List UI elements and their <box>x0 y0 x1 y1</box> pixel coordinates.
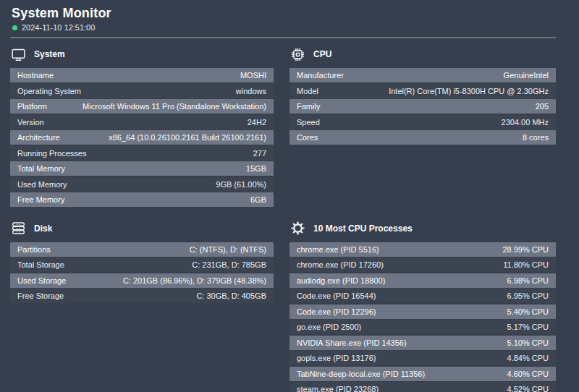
section-label: CPU <box>313 49 331 59</box>
row-value: 4.84% CPU <box>507 354 549 362</box>
table-row: Architecturex86_64 (10.0.26100.2161 Buil… <box>10 130 274 145</box>
row-label: Free Memory <box>17 195 64 204</box>
table-row: Used Memory9GB (61.00%) <box>10 177 274 192</box>
row-value: 4.52% CPU <box>507 385 549 392</box>
table-row: chrome.exe (PID 17260)11.80% CPU <box>290 257 556 272</box>
disk-icon <box>11 221 26 236</box>
row-value: 9GB (61.00%) <box>216 180 266 189</box>
table-row: Version24H2 <box>10 115 274 129</box>
timestamp: 2024-11-10 12:51:00 <box>22 23 95 32</box>
gear-icon <box>290 221 305 236</box>
section-label: 10 Most CPU Processes <box>313 223 413 234</box>
header-divider <box>10 37 556 38</box>
row-label: Code.exe (PID 12296) <box>297 307 376 316</box>
app-header: System Monitor 2024-11-10 12:51:00 <box>0 0 579 32</box>
row-label: chrome.exe (PID 5516) <box>297 245 379 254</box>
row-label: Used Storage <box>17 276 66 285</box>
row-label: Speed <box>297 118 320 127</box>
row-label: Manufacturer <box>297 71 344 80</box>
table-row: chrome.exe (PID 5516)28.99% CPU <box>290 242 556 257</box>
row-value: MOSHI <box>240 71 266 80</box>
row-label: Architecture <box>17 133 60 142</box>
row-label: Used Memory <box>17 180 67 189</box>
row-label: go.exe (PID 2500) <box>297 323 361 331</box>
row-label: TabNine-deep-local.exe (PID 11356) <box>297 370 425 378</box>
row-label: Hostname <box>17 71 54 80</box>
row-label: audiodg.exe (PID 18800) <box>297 276 385 285</box>
row-value: C: 231GB, D: 785GB <box>192 260 266 269</box>
section-processes-header: 10 Most CPU Processes <box>290 220 556 237</box>
table-row: gopls.exe (PID 13176)4.84% CPU <box>290 351 556 365</box>
row-value: 277 <box>253 149 266 158</box>
system-monitor-app: System Monitor 2024-11-10 12:51:00 Syste… <box>0 0 579 392</box>
row-label: Cores <box>297 133 318 142</box>
row-value: 6.95% CPU <box>507 291 549 300</box>
table-row: ModelIntel(R) Core(TM) i5-8300H CPU @ 2.… <box>290 84 556 98</box>
section-label: System <box>34 49 65 59</box>
table-row: Speed2304.00 MHz <box>290 115 556 129</box>
section-disk-header: Disk <box>11 220 274 237</box>
row-value: Intel(R) Core(TM) i5-8300H CPU @ 2.30GHz <box>389 87 549 95</box>
row-value: 5.17% CPU <box>507 323 549 331</box>
table-row: PlatformMicrosoft Windows 11 Pro (Standa… <box>10 99 274 114</box>
table-row: Code.exe (PID 16544)6.95% CPU <box>290 289 556 303</box>
timestamp-row: 2024-11-10 12:51:00 <box>12 23 579 32</box>
row-label: Free Storage <box>17 291 64 300</box>
cpu-table: ManufacturerGenuineIntelModelIntel(R) Co… <box>290 68 556 146</box>
row-label: chrome.exe (PID 17260) <box>297 260 384 269</box>
section-system-header: System <box>11 46 274 63</box>
row-value: 2304.00 MHz <box>502 118 549 127</box>
row-label: Total Memory <box>17 164 65 173</box>
section-label: Disk <box>34 223 52 234</box>
row-label: Model <box>297 87 318 95</box>
row-label: Version <box>17 118 44 127</box>
table-row: TabNine-deep-local.exe (PID 11356)4.60% … <box>290 367 556 381</box>
table-row: NVIDIA Share.exe (PID 14356)5.10% CPU <box>290 336 556 350</box>
table-row: ManufacturerGenuineIntel <box>290 68 556 82</box>
table-row: PartitionsC: (NTFS), D: (NTFS) <box>10 242 274 257</box>
table-row: steam.exe (PID 23268)4.52% CPU <box>290 382 556 392</box>
table-row: Free Memory6GB <box>10 192 274 207</box>
row-value: C: 30GB, D: 405GB <box>196 291 266 300</box>
processes-table: chrome.exe (PID 5516)28.99% CPUchrome.ex… <box>290 242 556 392</box>
table-row: go.exe (PID 2500)5.17% CPU <box>290 320 556 334</box>
row-label: NVIDIA Share.exe (PID 14356) <box>297 338 407 347</box>
row-label: Partitions <box>17 245 51 254</box>
row-label: Platform <box>17 102 47 111</box>
row-value: 5.40% CPU <box>507 307 549 316</box>
row-value: 24H2 <box>248 118 266 127</box>
row-value: x86_64 (10.0.26100.2161 Build 26100.2161… <box>109 133 266 142</box>
section-cpu: CPU ManufacturerGenuineIntelModelIntel(R… <box>290 44 556 146</box>
table-row: Running Processes277 <box>10 146 274 161</box>
row-value: 4.60% CPU <box>507 370 549 378</box>
sections-grid: System HostnameMOSHIOperating Systemwind… <box>10 44 556 392</box>
table-row: audiodg.exe (PID 18800)6.98% CPU <box>290 273 556 288</box>
row-label: steam.exe (PID 23268) <box>297 385 379 392</box>
section-cpu-header: CPU <box>290 46 556 63</box>
row-value: 28.99% CPU <box>502 245 549 254</box>
row-value: Microsoft Windows 11 Pro (Standalone Wor… <box>83 102 266 111</box>
monitor-icon <box>11 47 26 62</box>
table-row: Code.exe (PID 12296)5.40% CPU <box>290 304 556 319</box>
table-row: HostnameMOSHI <box>10 68 274 82</box>
row-value: 8 cores <box>523 133 549 142</box>
page-title: System Monitor <box>12 6 579 21</box>
row-value: C: (NTFS), D: (NTFS) <box>190 245 266 254</box>
section-processes: 10 Most CPU Processes chrome.exe (PID 55… <box>290 218 556 392</box>
table-row: Used StorageC: 201GB (86.96%), D: 379GB … <box>10 273 274 288</box>
row-value: 6.98% CPU <box>507 276 549 285</box>
table-row: Total Memory15GB <box>10 161 274 176</box>
row-label: Family <box>297 102 320 111</box>
row-value: C: 201GB (86.96%), D: 379GB (48.38%) <box>123 276 266 285</box>
row-label: Total Storage <box>17 260 64 269</box>
row-value: 11.80% CPU <box>503 260 549 269</box>
system-table: HostnameMOSHIOperating SystemwindowsPlat… <box>10 68 274 208</box>
table-row: Free StorageC: 30GB, D: 405GB <box>10 289 274 303</box>
row-label: Code.exe (PID 16544) <box>297 291 376 300</box>
status-dot-icon <box>12 25 17 30</box>
section-disk: Disk PartitionsC: (NTFS), D: (NTFS)Total… <box>10 218 274 304</box>
row-value: 5.10% CPU <box>507 338 549 347</box>
table-row: Operating Systemwindows <box>10 84 274 98</box>
row-label: Running Processes <box>17 149 86 158</box>
row-value: 205 <box>536 102 549 111</box>
